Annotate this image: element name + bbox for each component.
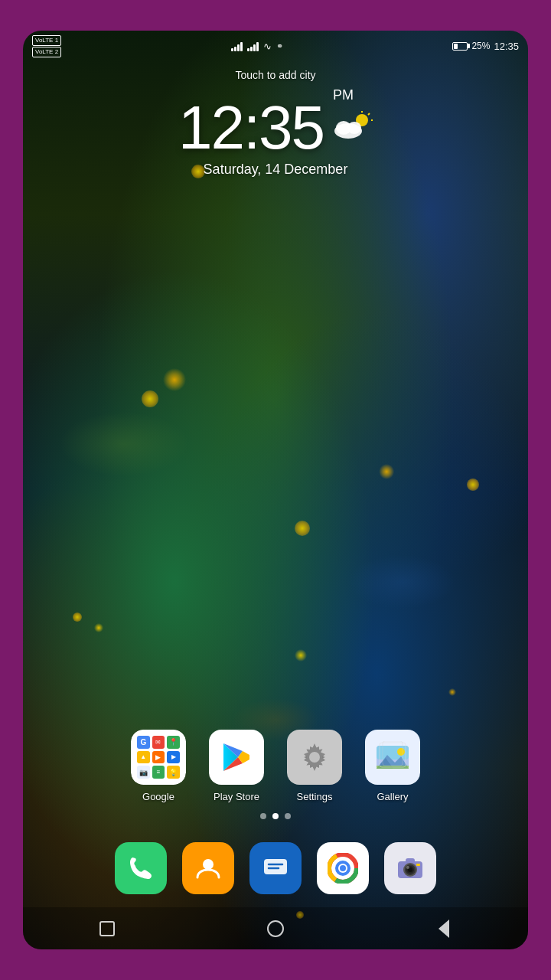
- svg-rect-35: [416, 864, 420, 866]
- page-dot-1[interactable]: [272, 813, 279, 819]
- signal-bars-1: [231, 41, 243, 51]
- status-center: ∿ ⚭: [231, 41, 283, 52]
- glow-dot: [295, 521, 310, 536]
- volte2-badge: VoLTE 2: [32, 47, 61, 57]
- folder-icon-youtube: ▶: [167, 751, 180, 764]
- chrome-icon: [317, 842, 369, 894]
- signal-bar: [247, 48, 249, 51]
- volte1-badge: VoLTE 1: [32, 35, 61, 46]
- folder-icon-drive: ▲: [137, 751, 150, 764]
- folder-icon-photos: 📷: [137, 766, 150, 779]
- app-row: G ✉ 📍 ▲ ▶ ▶ 📷 ≡ 💡 Google: [116, 730, 435, 802]
- play-store-icon: [209, 730, 264, 785]
- camera-icon: [384, 842, 436, 894]
- signal-bar: [231, 48, 233, 51]
- gallery-label: Gallery: [377, 791, 408, 802]
- add-city-text[interactable]: Touch to add city: [235, 69, 315, 81]
- folder-icon-maps: 📍: [167, 736, 180, 749]
- dock-phone[interactable]: [115, 842, 167, 894]
- signal-bar: [237, 44, 240, 51]
- settings-label: Settings: [297, 791, 333, 802]
- messages-icon: [249, 842, 302, 894]
- google-label: Google: [142, 791, 174, 802]
- signal-bar: [256, 42, 259, 51]
- app-play-store[interactable]: Play Store: [209, 730, 264, 802]
- nav-home-icon: [267, 920, 284, 937]
- settings-icon: [287, 730, 342, 785]
- status-left: VoLTE 1 VoLTE 2: [32, 35, 61, 57]
- clock-period: PM: [333, 87, 354, 103]
- svg-point-14: [397, 748, 405, 756]
- glow-dot: [73, 612, 82, 622]
- svg-rect-34: [406, 858, 415, 863]
- phone-screen: VoLTE 1 VoLTE 2 ∿ ⚭: [23, 31, 528, 949]
- wifi-icon: ∿: [263, 41, 272, 52]
- svg-line-2: [368, 113, 370, 115]
- svg-point-33: [406, 866, 409, 869]
- bluetooth-icon: ⚭: [276, 41, 283, 51]
- clock-date: Saturday, 14 December: [204, 162, 348, 178]
- gallery-icon: [365, 730, 420, 785]
- page-dot-0[interactable]: [260, 813, 266, 819]
- folder-icon-google: G: [137, 736, 150, 749]
- clock-row: 12:35 PM: [178, 87, 373, 158]
- status-bar: VoLTE 1 VoLTE 2 ∿ ⚭: [23, 31, 528, 61]
- signal-bar: [240, 42, 243, 51]
- phone-icon: [115, 842, 167, 894]
- play-store-label: Play Store: [214, 791, 259, 802]
- dock-messages[interactable]: [249, 842, 302, 894]
- clock-time: 12:35: [178, 97, 324, 158]
- app-settings[interactable]: Settings: [287, 730, 342, 802]
- folder-icon-gmail: ✉: [152, 736, 165, 749]
- signal-bar: [234, 47, 236, 51]
- status-right: 25% 12:35: [452, 41, 519, 52]
- clock-widget[interactable]: Touch to add city 12:35 PM: [23, 69, 528, 178]
- dock: [23, 833, 528, 903]
- svg-point-6: [347, 122, 361, 134]
- dock-camera[interactable]: [384, 842, 436, 894]
- battery-fill: [454, 44, 458, 49]
- nav-home-button[interactable]: [260, 913, 291, 944]
- google-folder-icon: G ✉ 📍 ▲ ▶ ▶ 📷 ≡ 💡: [131, 730, 186, 785]
- nav-bar: [23, 907, 528, 949]
- page-dots: [260, 813, 291, 819]
- app-gallery[interactable]: Gallery: [365, 730, 420, 802]
- dock-chrome[interactable]: [317, 842, 369, 894]
- dock-contacts[interactable]: [182, 842, 234, 894]
- nav-back-button[interactable]: [429, 913, 459, 944]
- page-dot-2[interactable]: [285, 813, 291, 819]
- svg-point-27: [340, 865, 346, 871]
- svg-point-8: [309, 752, 320, 763]
- folder-icon-play: ▶: [152, 751, 165, 764]
- glow-dot: [142, 390, 158, 407]
- signal-bar: [250, 47, 253, 51]
- battery-indicator: [452, 42, 468, 51]
- app-google[interactable]: G ✉ 📍 ▲ ▶ ▶ 📷 ≡ 💡 Google: [131, 730, 186, 802]
- battery-body: [452, 42, 468, 51]
- folder-icon-keep: 💡: [167, 766, 180, 779]
- app-grid: G ✉ 📍 ▲ ▶ ▶ 📷 ≡ 💡 Google: [23, 730, 528, 819]
- battery-percent: 25%: [471, 41, 490, 51]
- svg-point-17: [203, 859, 214, 870]
- svg-rect-18: [264, 859, 287, 874]
- folder-icon-sheets: ≡: [152, 766, 165, 779]
- nav-back-icon: [439, 920, 449, 938]
- weather-icon: [333, 111, 373, 145]
- nav-recents-button[interactable]: [92, 913, 122, 944]
- nav-recents-icon: [99, 921, 115, 936]
- contacts-icon: [182, 842, 234, 894]
- status-time: 12:35: [494, 41, 519, 52]
- signal-bars-2: [247, 41, 259, 51]
- glow-dot: [467, 479, 479, 491]
- signal-bar: [253, 44, 256, 51]
